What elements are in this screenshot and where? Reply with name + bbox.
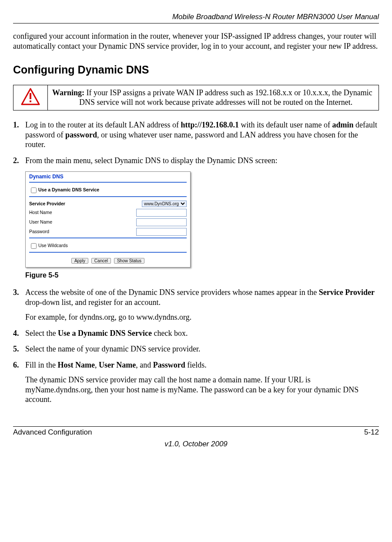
intro-paragraph: configured your account information in t… (13, 31, 379, 51)
password-label: Password (29, 229, 136, 234)
step-6-number: 6. (13, 360, 19, 370)
step-4-text-a: Select the (25, 329, 58, 338)
figure-caption: Figure 5-5 (25, 271, 379, 280)
ui-separator-4 (29, 252, 187, 253)
cancel-button[interactable]: Cancel (91, 258, 111, 264)
steps-list-continued: 3. Access the website of one of the Dyna… (13, 288, 379, 405)
steps-list: 1. Log in to the router at its default L… (13, 120, 379, 165)
step-1-password: password (65, 130, 97, 139)
ui-service-provider-row: Service Provider www.DynDNS.org (26, 200, 190, 208)
step-2: 2. From the main menu, select Dynamic DN… (13, 156, 379, 166)
step-6-text-e: , and (136, 361, 153, 369)
warning-body: If your ISP assigns a private WAN IP add… (79, 88, 372, 107)
step-2-number: 2. (13, 156, 19, 166)
step-6-text-c: , (95, 361, 99, 369)
step-5-number: 5. (13, 344, 19, 354)
ui-separator-1 (29, 182, 187, 183)
footer-right: 5-12 (364, 428, 379, 437)
step-1-text-c: with its default user name of (239, 120, 332, 129)
page-footer: Advanced Configuration 5-12 v1.0, Octobe… (13, 426, 379, 449)
ui-host-name-row: Host Name (26, 208, 190, 217)
show-status-button[interactable]: Show Status (114, 258, 144, 264)
password-input[interactable] (136, 228, 187, 236)
step-1-number: 1. (13, 120, 19, 130)
host-name-label: Host Name (29, 210, 136, 215)
warning-triangle-icon (21, 88, 40, 108)
footer-center: v1.0, October 2009 (13, 439, 379, 448)
ui-panel-title: Dynamic DNS (26, 172, 190, 181)
step-3-text-c: drop-down list, and register for an acco… (25, 298, 161, 307)
step-6: 6. Fill in the Host Name, User Name, and… (13, 360, 379, 405)
step-6-hostname: Host Name (58, 361, 95, 369)
header-rule (13, 23, 379, 23)
step-6-text-g: fields. (185, 361, 207, 369)
warning-text-cell: Warning: If your ISP assigns a private W… (48, 85, 379, 110)
step-3-number: 3. (13, 288, 19, 298)
step-5: 5. Select the name of your dynamic DNS s… (13, 344, 379, 354)
step-4-use-dns: Use a Dynamic DNS Service (58, 329, 152, 338)
use-wildcards-label: Use Wildcards (38, 243, 68, 248)
step-1: 1. Log in to the router at its default L… (13, 120, 379, 150)
step-4: 4. Select the Use a Dynamic DNS Service … (13, 328, 379, 338)
ui-use-service-row: Use a Dynamic DNS Service (26, 185, 190, 195)
step-1-url: http://192.168.0.1 (181, 120, 239, 129)
step-6-password: Password (153, 361, 185, 369)
step-3: 3. Access the website of one of the Dyna… (13, 288, 379, 322)
use-dynamic-dns-checkbox[interactable] (31, 187, 37, 193)
step-6-text-a: Fill in the (25, 361, 58, 369)
step-4-text-c: check box. (152, 329, 188, 338)
apply-button[interactable]: Apply (71, 258, 88, 264)
service-provider-select[interactable]: www.DynDNS.org (142, 201, 187, 207)
step-4-number: 4. (13, 328, 19, 338)
page-header-title: Mobile Broadband Wireless-N Router MBRN3… (13, 12, 379, 21)
step-3-sub: For example, for dyndns.org, go to www.d… (25, 312, 379, 322)
section-heading: Configuring Dynamic DNS (13, 63, 379, 77)
step-6-username: User Name (99, 361, 136, 369)
step-3-service-provider: Service Provider (319, 288, 375, 297)
ui-separator-3 (29, 238, 187, 238)
ui-user-name-row: User Name (26, 217, 190, 227)
step-5-text: Select the name of your dynamic DNS serv… (25, 345, 200, 353)
ui-wildcards-row: Use Wildcards (26, 241, 190, 251)
ui-separator-2 (29, 196, 187, 197)
use-dynamic-dns-label: Use a Dynamic DNS Service (38, 187, 99, 192)
step-1-admin: admin (332, 120, 353, 129)
step-1-text-a: Log in to the router at its default LAN … (25, 120, 181, 129)
dynamic-dns-screenshot: Dynamic DNS Use a Dynamic DNS Service Se… (25, 171, 191, 268)
service-provider-label: Service Provider (29, 201, 142, 207)
svg-rect-2 (30, 100, 31, 102)
use-wildcards-checkbox[interactable] (31, 243, 37, 249)
step-3-text-a: Access the website of one of the Dynamic… (25, 288, 319, 297)
warning-box: Warning: If your ISP assigns a private W… (13, 85, 379, 111)
footer-left: Advanced Configuration (13, 428, 92, 437)
ui-password-row: Password (26, 227, 190, 237)
step-6-sub: The dynamic DNS service provider may cal… (25, 375, 379, 405)
step-2-text: From the main menu, select Dynamic DNS t… (25, 156, 277, 165)
user-name-label: User Name (29, 219, 136, 225)
host-name-input[interactable] (136, 209, 187, 217)
warning-icon-cell (13, 85, 48, 110)
user-name-input[interactable] (136, 218, 187, 226)
ui-button-row: Apply Cancel Show Status (26, 255, 190, 267)
warning-label: Warning: (52, 88, 84, 97)
svg-rect-1 (30, 93, 31, 99)
